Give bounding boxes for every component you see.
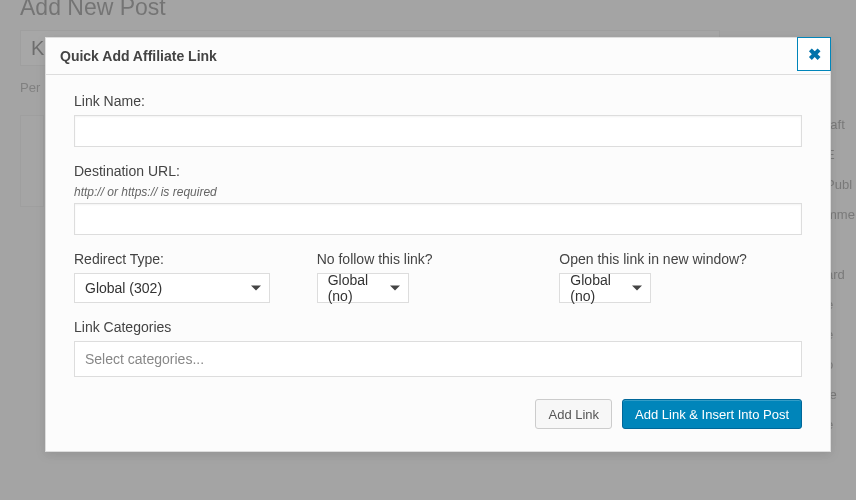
link-name-label: Link Name: [74, 93, 802, 109]
new-window-select[interactable]: Global (no) [559, 273, 651, 303]
modal-footer: Add Link Add Link & Insert Into Post [74, 399, 802, 429]
link-categories-label: Link Categories [74, 319, 802, 335]
redirect-type-value: Global (302) [85, 280, 162, 296]
modal-title: Quick Add Affiliate Link [60, 48, 217, 64]
redirect-type-label: Redirect Type: [74, 251, 317, 267]
no-follow-label: No follow this link? [317, 251, 560, 267]
link-name-input[interactable] [74, 115, 802, 147]
link-categories-input[interactable]: Select categories... [74, 341, 802, 377]
close-button[interactable]: ✖ [797, 37, 831, 71]
redirect-type-select[interactable]: Global (302) [74, 273, 270, 303]
close-icon: ✖ [808, 45, 821, 64]
new-window-label: Open this link in new window? [559, 251, 802, 267]
new-window-value: Global (no) [570, 272, 622, 304]
chevron-down-icon [632, 286, 642, 291]
modal-header: Quick Add Affiliate Link ✖ [46, 38, 830, 75]
no-follow-value: Global (no) [328, 272, 380, 304]
destination-url-hint: http:// or https:// is required [74, 185, 802, 199]
quick-add-affiliate-link-modal: Quick Add Affiliate Link ✖ Link Name: De… [45, 37, 831, 452]
destination-url-input[interactable] [74, 203, 802, 235]
add-link-insert-button[interactable]: Add Link & Insert Into Post [622, 399, 802, 429]
add-link-button[interactable]: Add Link [535, 399, 612, 429]
no-follow-select[interactable]: Global (no) [317, 273, 409, 303]
link-categories-placeholder: Select categories... [85, 351, 204, 367]
modal-body: Link Name: Destination URL: http:// or h… [46, 75, 830, 451]
chevron-down-icon [251, 286, 261, 291]
destination-url-label: Destination URL: [74, 163, 802, 179]
chevron-down-icon [390, 286, 400, 291]
